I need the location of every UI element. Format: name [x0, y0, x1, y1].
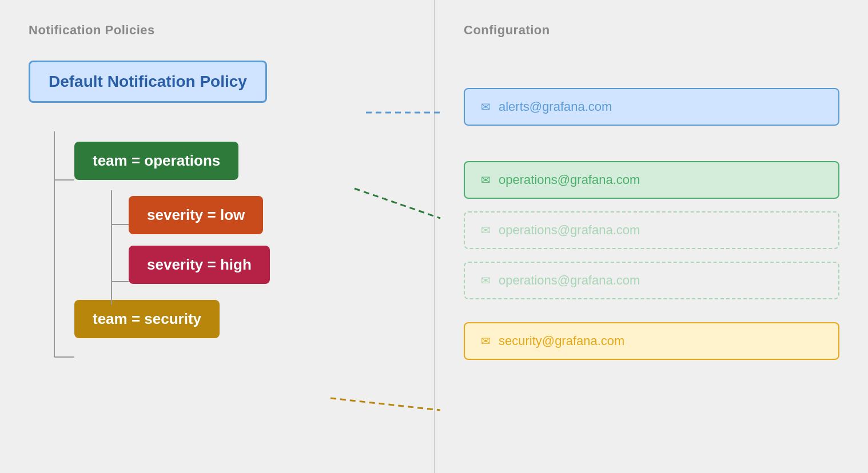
right-panel-title: Configuration	[464, 23, 839, 38]
config-operations-faded-2: ✉ operations@grafana.com	[464, 262, 839, 299]
operations-policy-box: team = operations	[74, 142, 238, 180]
config-security-box: ✉ security@grafana.com	[464, 322, 839, 360]
config-faded-1-email: operations@grafana.com	[499, 223, 640, 238]
config-operations-box: ✉ operations@grafana.com	[464, 161, 839, 199]
config-faded-2-email: operations@grafana.com	[499, 273, 640, 288]
config-security-email: security@grafana.com	[499, 334, 624, 348]
email-icon-faded-1: ✉	[481, 223, 491, 237]
config-default-box: ✉ alerts@grafana.com	[464, 88, 839, 126]
email-icon-default: ✉	[481, 100, 491, 114]
severity-low-box: severity = low	[129, 196, 263, 234]
config-default-email: alerts@grafana.com	[499, 99, 612, 114]
email-icon-security: ✉	[481, 334, 491, 348]
config-operations-faded-1: ✉ operations@grafana.com	[464, 211, 839, 249]
security-policy-box: team = security	[74, 300, 220, 338]
default-policy-box: Default Notification Policy	[29, 61, 267, 103]
email-icon-faded-2: ✉	[481, 274, 491, 287]
left-panel-title: Notification Policies	[29, 23, 405, 38]
severity-high-box: severity = high	[129, 246, 270, 284]
config-operations-email: operations@grafana.com	[499, 173, 640, 187]
email-icon-operations: ✉	[481, 173, 491, 187]
